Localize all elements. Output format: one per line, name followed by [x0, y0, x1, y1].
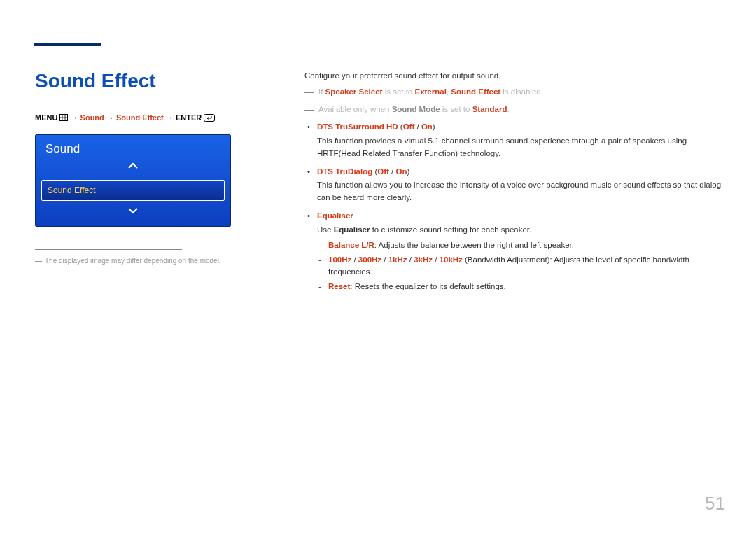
- dash-icon: ―: [304, 104, 314, 115]
- sub2-b1: 100Hz: [328, 255, 351, 264]
- note2-standard: Standard: [472, 105, 507, 113]
- note1-speaker-select: Speaker Select: [326, 87, 383, 96]
- path-seg-sound-effect: Sound Effect: [116, 113, 164, 122]
- sub2-b4: 3kHz: [414, 255, 433, 264]
- feat1-name: DTS TruSurround HD: [317, 122, 398, 131]
- sub-reset: Reset: Resets the equalizer to its defau…: [317, 281, 725, 293]
- feat1-slash: /: [414, 122, 421, 131]
- note1-pre: If: [318, 87, 326, 96]
- feat2-on: On: [396, 167, 407, 176]
- header-divider: [34, 45, 725, 45]
- sub3-label: Reset: [328, 282, 350, 290]
- dash-icon: ―: [35, 257, 42, 265]
- sub2-s4: /: [433, 255, 440, 264]
- feat1-pclose: ): [433, 122, 435, 131]
- left-divider: [35, 249, 182, 250]
- osd-down-arrow-row: [41, 206, 225, 219]
- path-arrow-1: →: [71, 113, 78, 122]
- osd-selected-item: Sound Effect: [41, 180, 225, 201]
- path-arrow-2: →: [106, 113, 114, 122]
- feat3-use-post: to customize sound setting for each spea…: [370, 225, 531, 234]
- feature-equaliser: Equaliser Use Equaliser to customize sou…: [304, 210, 725, 293]
- note2-sound-mode: Sound Mode: [392, 105, 440, 113]
- note-sound-mode: ―Available only when Sound Mode is set t…: [304, 102, 725, 118]
- page-title: Sound Effect: [35, 70, 276, 92]
- note2-pre: Available only when: [318, 105, 392, 113]
- feat2-pclose: ): [407, 167, 410, 176]
- osd-preview-box: Sound Sound Effect: [35, 134, 231, 227]
- feature-trusurround: DTS TruSurround HD (Off / On) This funct…: [304, 121, 725, 160]
- feat3-use-pre: Use: [317, 225, 334, 234]
- path-menu-label: MENU: [35, 113, 57, 122]
- osd-selected-item-label: Sound Effect: [48, 185, 96, 195]
- equaliser-sublist: Balance L/R: Adjusts the balance between…: [317, 239, 725, 293]
- menu-path: MENU → Sound → Sound Effect → ENTER: [35, 113, 276, 122]
- sub-bandwidth: 100Hz / 300Hz / 1kHz / 3kHz / 10kHz (Ban…: [317, 254, 725, 279]
- enter-icon: [204, 114, 215, 122]
- sub2-b3: 1kHz: [388, 255, 407, 264]
- dash-icon: ―: [304, 86, 314, 97]
- feature-list: DTS TruSurround HD (Off / On) This funct…: [304, 121, 725, 293]
- feat3-use-eq: Equaliser: [334, 225, 370, 234]
- sub2-s2: /: [382, 255, 388, 264]
- path-arrow-3: →: [166, 113, 174, 122]
- sub1-label: Balance L/R: [328, 241, 374, 249]
- note1-mid: is set to: [382, 87, 414, 96]
- feat2-desc: This function allows you to increase the…: [317, 179, 725, 204]
- feature-heading: DTS TruDialog (Off / On): [317, 167, 410, 176]
- feature-heading: Equaliser: [317, 211, 354, 220]
- feat1-on: On: [421, 122, 433, 131]
- path-enter-label: ENTER: [176, 113, 202, 122]
- note1-external: External: [414, 87, 446, 96]
- feat2-name: DTS TruDialog: [317, 167, 372, 176]
- feature-heading: DTS TruSurround HD (Off / On): [317, 122, 435, 131]
- osd-header: Sound: [36, 135, 230, 162]
- feat1-off: Off: [403, 122, 415, 131]
- feature-trudialog: DTS TruDialog (Off / On) This function a…: [304, 166, 725, 204]
- sub2-s1: /: [351, 255, 358, 264]
- note-speaker-select: ―If Speaker Select is set to External, S…: [304, 85, 725, 100]
- sub1-text: : Adjusts the balance between the right …: [374, 241, 574, 249]
- intro-text: Configure your preferred sound effect fo…: [304, 70, 725, 83]
- sub2-b5: 10kHz: [440, 255, 463, 264]
- note2-mid: is set to: [440, 105, 472, 113]
- path-seg-sound: Sound: [80, 113, 104, 122]
- page-body: Sound Effect MENU → Sound → Sound Effect…: [35, 70, 725, 299]
- feat2-off: Off: [377, 167, 389, 176]
- chevron-down-icon: [127, 207, 139, 214]
- osd-up-arrow-row: [41, 162, 225, 174]
- sub3-text: : Resets the equalizer to its default se…: [350, 282, 505, 290]
- feat3-use-line: Use Equaliser to customize sound setting…: [317, 224, 725, 237]
- chevron-up-icon: [127, 162, 139, 169]
- sub2-s3: /: [407, 255, 414, 264]
- sub2-b2: 300Hz: [358, 255, 382, 264]
- left-disclaimer: ―The displayed image may differ dependin…: [35, 257, 276, 265]
- osd-body: Sound Effect: [36, 162, 230, 226]
- page-number: 51: [705, 493, 725, 514]
- left-column: Sound Effect MENU → Sound → Sound Effect…: [35, 70, 276, 265]
- feat1-popen: (: [398, 122, 403, 131]
- menu-grid-icon: [59, 114, 68, 121]
- note2-post: .: [507, 105, 510, 113]
- sub-balance: Balance L/R: Adjusts the balance between…: [317, 239, 725, 252]
- right-column: Configure your preferred sound effect fo…: [304, 70, 725, 299]
- left-disclaimer-text: The displayed image may differ depending…: [45, 257, 221, 265]
- feat1-desc: This function provides a virtual 5.1 cha…: [317, 135, 725, 160]
- note1-post: is disabled.: [500, 87, 543, 96]
- note1-sound-effect: Sound Effect: [451, 87, 500, 96]
